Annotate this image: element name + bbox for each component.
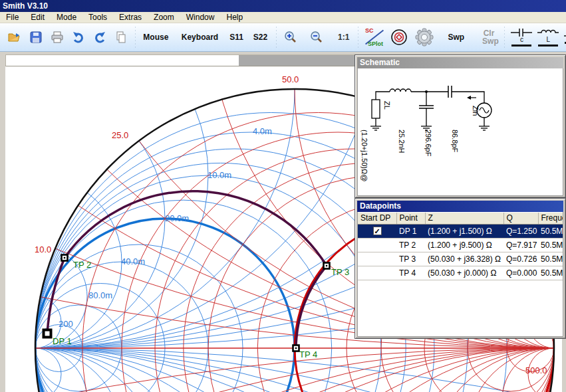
underline (538, 45, 558, 47)
print-button[interactable] (49, 25, 66, 50)
series-capacitor[interactable] (448, 86, 452, 98)
menu-zoom[interactable]: Zoom (148, 12, 180, 23)
keyboard-mode-button[interactable]: Keyboard (181, 25, 218, 50)
q-cell: Q=1.250 (503, 224, 538, 238)
mouse-mode-button[interactable]: Mouse (142, 25, 170, 50)
q-cell: Q=0.726 (503, 252, 538, 266)
menu-window[interactable]: Window (180, 12, 221, 23)
clear-sweep-button[interactable]: Clr Swp (479, 25, 498, 50)
point-cell: TP 4 (396, 266, 425, 280)
smith-chart-button[interactable] (390, 25, 408, 50)
menu-file[interactable]: File (0, 12, 25, 23)
wires (376, 92, 484, 126)
inductor-label: L (546, 36, 550, 43)
app-titlebar[interactable]: Smith V3.10 (0, 0, 566, 12)
s22-button[interactable]: S22 (250, 25, 270, 50)
window-frame-left (0, 52, 5, 392)
sc-splot-icon: SC SPlot (362, 26, 386, 49)
menu-help[interactable]: Help (220, 12, 249, 23)
chart-window-title-segment (239, 55, 356, 66)
zoom-in-icon (284, 31, 297, 44)
zoom-out-icon (310, 31, 323, 44)
menu-mode[interactable]: Mode (51, 12, 82, 23)
menu-edit[interactable]: Edit (25, 12, 51, 23)
col-q[interactable]: Q (503, 213, 538, 224)
admittance-grid-label: 40.0m (121, 256, 145, 266)
zin-arrow (467, 96, 476, 100)
shunt-capacitor-value-label: 296.6pF (424, 130, 432, 157)
schematic-titlebar[interactable]: Schematic (357, 57, 563, 68)
admittance-grid-label: 4.0m (253, 126, 272, 136)
datapoints-client: Start DP Point Z Q Frequency DP 1 (1.200… (357, 212, 563, 337)
z-cell: (1.200 + j1.500) Ω (425, 224, 503, 238)
zoom-1to1-button[interactable]: 1:1 (335, 25, 353, 50)
menubar: File Edit Mode Tools Extras Zoom Window … (0, 12, 566, 23)
menu-extras[interactable]: Extras (113, 12, 148, 23)
series-inductor[interactable] (390, 89, 411, 92)
s22-label: S22 (248, 33, 273, 42)
datapoints-title: Datapoints (360, 201, 401, 211)
clear-sweep-label: Clr Swp (477, 29, 501, 45)
add-inductor-button[interactable]: L (537, 25, 559, 50)
copy-button[interactable] (112, 25, 130, 50)
frequency-cell: 50.5MHz (538, 238, 563, 252)
menu-tools[interactable]: Tools (82, 12, 113, 23)
table-row[interactable]: DP 1 (1.200 + j1.500) Ω Q=1.250 50.5MHz (358, 224, 563, 238)
zoom-in-button[interactable] (282, 25, 299, 50)
add-capacitor-button[interactable]: c (510, 25, 533, 50)
impedance-grid-label: 25.0 (112, 130, 128, 140)
s11-label: S11 (224, 33, 249, 42)
zoom-1to1-label: 1:1 (338, 33, 349, 42)
redo-icon (94, 31, 106, 43)
load-resistor[interactable] (372, 100, 380, 118)
redo-button[interactable] (91, 25, 108, 50)
datapoints-titlebar[interactable]: Datapoints (357, 201, 563, 212)
point-label: TP 2 (73, 260, 91, 270)
shunt-capacitor[interactable] (419, 106, 434, 108)
col-z[interactable]: Z (425, 213, 503, 224)
point-label: TP 4 (299, 349, 317, 359)
z-cell: (1.200 + j9.500) Ω (425, 238, 503, 252)
frequency-cell: 50.5MHz (538, 266, 563, 280)
admittance-grid-label: 20.0m (165, 213, 189, 223)
start-dp-checkbox[interactable] (373, 227, 382, 235)
gear-icon (414, 27, 434, 47)
s11-button[interactable]: S11 (227, 25, 247, 50)
add-component-button-partial[interactable] (563, 25, 566, 50)
underline (511, 45, 531, 47)
open-button[interactable] (6, 25, 23, 50)
point-cell: DP 1 (396, 224, 425, 238)
sweep-label: Swp (443, 33, 470, 42)
inductor-value-label: 25.2nH (398, 130, 406, 153)
zin-label: Zin (472, 106, 480, 116)
admittance-grid-label: 80.0m (88, 290, 112, 300)
col-start-dp[interactable]: Start DP (358, 213, 396, 224)
datapoints-table: Start DP Point Z Q Frequency DP 1 (1.200… (358, 213, 563, 280)
frequency-cell: 50.5MHz (538, 252, 563, 266)
undo-button[interactable] (70, 25, 87, 50)
impedance-grid-label: 50.0 (282, 74, 299, 84)
schematic-window: Schematic ZL (354, 54, 566, 198)
datapoint-marker[interactable] (44, 330, 51, 338)
point-cell: TP 3 (396, 252, 425, 266)
sweep-button[interactable]: Swp (445, 25, 467, 50)
toolbar-separator (275, 26, 278, 49)
series-capacitor-value-label: 86.8pF (451, 130, 459, 153)
save-button[interactable] (27, 25, 45, 50)
col-point[interactable]: Point (396, 213, 425, 224)
junction-dot (425, 90, 428, 93)
col-frequency[interactable]: Frequency (538, 213, 563, 224)
toolbar-separator (503, 26, 506, 49)
print-icon (51, 31, 64, 43)
splot-label: SPlot (368, 41, 383, 47)
toolbar-separator (357, 26, 360, 49)
settings-button[interactable] (416, 25, 433, 50)
schematic-canvas[interactable]: ZL Zin (357, 68, 563, 196)
table-row[interactable]: TP 3 (50.030 + j36.328) Ω Q=0.726 50.5MH… (358, 252, 563, 266)
zoom-out-button[interactable] (308, 25, 325, 50)
sc-splot-toggle-button[interactable]: SC SPlot (364, 25, 383, 50)
table-row[interactable]: TP 4 (50.030 + j0.000) Ω Q=0.000 50.5MHz (358, 266, 563, 280)
q-cell: Q=7.917 (503, 238, 538, 252)
table-row[interactable]: TP 2 (1.200 + j9.500) Ω Q=7.917 50.5MHz (358, 238, 563, 252)
schematic-title: Schematic (360, 58, 400, 67)
